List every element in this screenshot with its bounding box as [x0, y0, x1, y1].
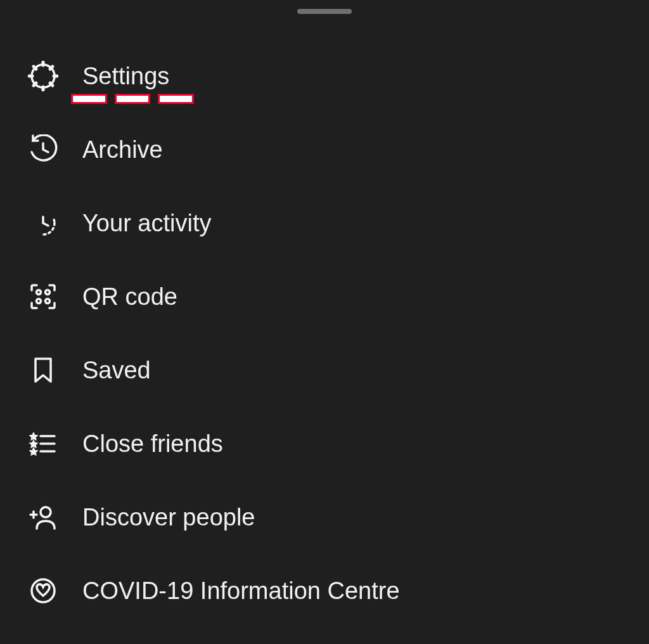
svg-point-13 [46, 299, 50, 304]
menu-list: Settings Archive [0, 39, 649, 628]
menu-item-discover-people[interactable]: Discover people [0, 480, 649, 554]
activity-clock-icon [25, 205, 61, 241]
menu-item-label: Settings [82, 63, 169, 90]
svg-line-8 [50, 67, 53, 69]
menu-item-label: Saved [82, 357, 151, 384]
menu-item-covid-info[interactable]: COVID-19 Information Centre [0, 554, 649, 628]
drag-handle-icon[interactable] [297, 9, 352, 14]
menu-item-close-friends[interactable]: Close friends [0, 407, 649, 480]
menu-item-your-activity[interactable]: Your activity [0, 186, 649, 260]
menu-item-label: COVID-19 Information Centre [82, 577, 400, 605]
add-person-icon [25, 499, 61, 535]
bottom-sheet: Settings Archive [0, 0, 649, 644]
menu-item-settings[interactable]: Settings [0, 39, 649, 113]
star-list-icon [25, 426, 61, 461]
gear-icon [25, 58, 61, 94]
svg-point-17 [41, 507, 51, 517]
qr-code-icon [25, 279, 61, 314]
svg-point-12 [37, 299, 41, 304]
svg-point-20 [32, 579, 55, 602]
bookmark-icon [25, 352, 61, 388]
svg-line-6 [50, 83, 53, 86]
menu-item-archive[interactable]: Archive [0, 113, 649, 186]
menu-item-label: Close friends [82, 430, 223, 458]
menu-item-qr-code[interactable]: QR code [0, 260, 649, 333]
archive-clock-icon [25, 132, 61, 167]
menu-item-label: Your activity [82, 210, 211, 237]
svg-point-11 [46, 290, 50, 295]
menu-item-saved[interactable]: Saved [0, 333, 649, 407]
menu-item-label: Discover people [82, 504, 255, 531]
highlight-annotation [71, 94, 194, 109]
svg-line-5 [34, 67, 36, 69]
menu-item-label: QR code [82, 283, 177, 311]
svg-line-7 [34, 83, 36, 86]
heart-badge-icon [25, 573, 61, 609]
svg-point-10 [37, 290, 41, 295]
menu-item-label: Archive [82, 136, 163, 164]
